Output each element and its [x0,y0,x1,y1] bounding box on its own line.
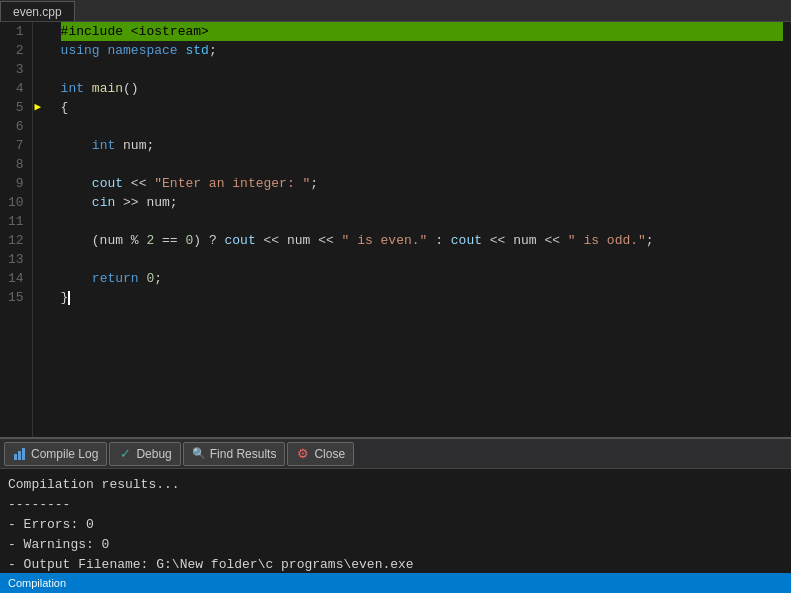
code-line-3 [61,60,783,79]
file-tab[interactable]: even.cpp [0,1,75,21]
debug-label: Debug [136,447,171,461]
output-line-3: - Errors: 0 [8,515,783,535]
output-line-1: Compilation results... [8,475,783,495]
code-line-4: int main() [61,79,783,98]
compile-log-label: Compile Log [31,447,98,461]
compile-log-button[interactable]: Compile Log [4,442,107,466]
close-button[interactable]: ⚙ Close [287,442,354,466]
code-line-15: } [61,288,783,307]
code-line-10: cin >> num; [61,193,783,212]
code-line-11 [61,212,783,231]
find-results-button[interactable]: 🔍 Find Results [183,442,286,466]
tab-label: even.cpp [13,5,62,19]
output-line-5: - Output Filename: G:\New folder\c progr… [8,555,783,575]
code-line-5: { [61,98,783,117]
debug-button[interactable]: ✓ Debug [109,442,180,466]
close-label: Close [314,447,345,461]
code-line-14: return 0; [61,269,783,288]
code-line-2: using namespace std; [61,41,783,60]
find-results-label: Find Results [210,447,277,461]
editor-area: 1 2 3 4 5 6 7 8 9 10 11 12 13 14 15 ▶ #i… [0,22,791,437]
code-line-9: cout << "Enter an integer: "; [61,174,783,193]
code-line-8 [61,155,783,174]
code-line-7: int num; [61,136,783,155]
check-icon: ✓ [118,447,132,461]
breakpoint-arrow: ▶ [35,98,42,117]
search-icon: 🔍 [192,447,206,461]
svg-rect-0 [14,454,17,460]
close-icon: ⚙ [296,447,310,461]
tab-bar: even.cpp [0,0,791,22]
output-line-2: -------- [8,495,783,515]
output-line-4: - Warnings: 0 [8,535,783,555]
svg-rect-1 [18,451,21,460]
line-numbers: 1 2 3 4 5 6 7 8 9 10 11 12 13 14 15 [0,22,33,437]
code-line-1: #include <iostream> [61,22,783,41]
gutter: ▶ [33,22,53,437]
code-line-6 [61,117,783,136]
code-content[interactable]: #include <iostream> using namespace std;… [53,22,791,437]
code-line-12: (num % 2 == 0) ? cout << num << " is eve… [61,231,783,250]
code-line-13 [61,250,783,269]
status-bar: Compilation [0,573,791,593]
svg-rect-2 [22,448,25,460]
bottom-toolbar: Compile Log ✓ Debug 🔍 Find Results ⚙ Clo… [0,437,791,469]
status-label: Compilation [8,577,66,589]
chart-icon [13,447,27,461]
